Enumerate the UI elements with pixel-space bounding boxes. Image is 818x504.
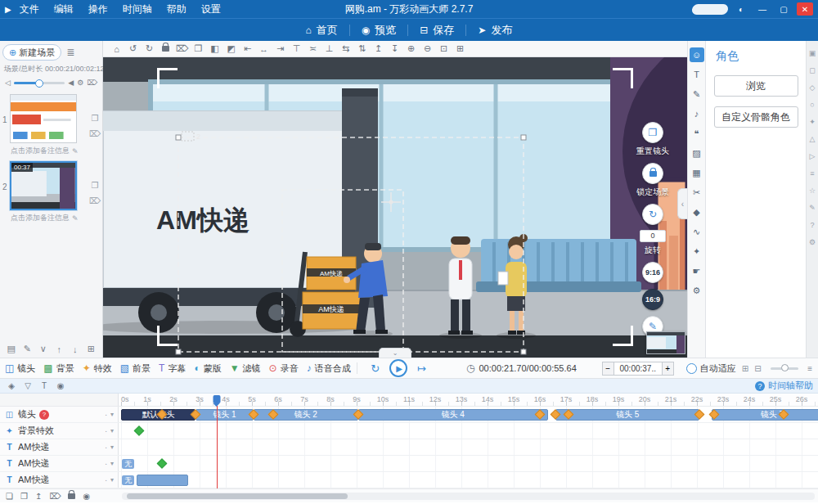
lock-scene-button[interactable] [642,163,663,184]
add-group-icon[interactable]: ❏ [6,492,13,501]
flip-horizontal-icon[interactable]: ◧ [208,43,222,56]
no-animation-badge[interactable]: 无 [122,475,134,485]
record-tool[interactable]: ⊙录音 [269,362,299,375]
align-bottom-icon[interactable]: ⊥ [322,43,336,56]
timeline-segment[interactable]: 镜头 7 [712,409,818,421]
timeline-segment[interactable]: 镜头 5 [555,409,699,421]
volume-up-icon[interactable]: ◀ [68,79,74,87]
scene-grid-view-icon[interactable]: ⊞ [85,343,97,355]
menu-settings[interactable]: 设置 [201,2,221,16]
scene-list-view-icon[interactable]: ▤ [5,343,17,355]
track-header[interactable]: T AM快递 ∙ ▾ [0,456,119,471]
fit-view-icon[interactable]: ⊡ [437,43,451,56]
hand-tool-icon[interactable]: ☛ [690,263,704,278]
settings-tool-icon[interactable]: ⚙ [690,283,704,298]
scene-delete-icon[interactable]: ⌦ [87,79,97,87]
background-tool[interactable]: ▩背景 [43,362,74,375]
toggle-visibility-icon[interactable]: ◉ [83,492,90,501]
reset-camera-button[interactable]: ❐ [642,122,663,143]
overlay-collapse-handle[interactable]: ‹ [677,188,687,219]
track-menu-icon[interactable]: ∙ [105,459,107,468]
effect-tool-icon[interactable]: ✦ [690,244,704,259]
scene-time-increase-button[interactable]: + [662,362,674,376]
track-alert-badge[interactable]: ? [39,410,49,420]
scene-time-decrease-button[interactable]: − [602,362,614,376]
track-header[interactable]: ◫ 镜头 ? ∙ ▾ [0,407,119,422]
volume-slider[interactable] [14,82,65,84]
timeline-lane[interactable]: 无 [119,472,818,488]
speech-tool-icon[interactable]: ❝ [690,126,704,141]
timeline-segment[interactable]: 镜头 4 [358,409,548,421]
delete-object-icon[interactable]: ⌦ [175,43,189,56]
track-menu-icon[interactable]: ∙ [105,426,107,435]
zoom-slider-knob[interactable] [781,364,789,371]
panel-settings-icon[interactable]: ⚙ [809,238,816,246]
scrollbar-thumb[interactable] [127,493,348,499]
scene-thumbnail[interactable] [10,94,77,143]
distribute-vertical-icon[interactable]: ⇅ [355,43,369,56]
nav-preview-button[interactable]: ◉ 预览 [350,19,407,42]
menu-help[interactable]: 帮助 [167,2,187,16]
keyframe-diamond[interactable] [134,425,145,436]
copy-icon[interactable]: ❐ [191,43,205,56]
track-filter-icon[interactable]: ▽ [21,381,34,390]
menu-file[interactable]: 文件 [20,2,39,16]
track-header[interactable]: T AM快递 ∙ ▾ [0,439,119,455]
zoom-grid-icon[interactable]: ⊞ [742,364,748,373]
track-options-icon[interactable]: ◈ [5,381,18,390]
new-scene-button[interactable]: ⊕ 新建场景 [2,44,61,61]
rotate-button[interactable]: ↻ [642,204,663,225]
scene-move-down-icon[interactable]: ↓ [69,343,81,355]
lock-object-icon[interactable] [159,43,173,56]
maximize-button[interactable]: ▢ [775,2,792,16]
more-options-icon[interactable]: ≡ [807,364,813,373]
zoom-out-icon[interactable]: ⊖ [420,43,434,56]
nav-save-button[interactable]: ⊟ 保存 [408,19,465,42]
panel-character-icon[interactable]: ◻ [809,66,815,74]
track-expand-icon[interactable]: ▾ [110,411,114,418]
scene-note[interactable]: 点击添加备注信息 ✎ [10,210,102,223]
panel-brush-icon[interactable]: ✎ [809,204,816,212]
menu-timeline[interactable]: 时间轴 [123,2,152,16]
scene-thumbnail-selected[interactable]: 00:37 [10,161,77,210]
nav-publish-button[interactable]: ➤ 发布 [466,19,524,42]
zoom-minimap[interactable] [646,331,685,354]
timeline-segment[interactable]: 镜头 1 [196,409,253,421]
panel-text-icon[interactable]: ◇ [810,83,816,92]
duplicate-scene-icon[interactable]: ❐ [89,114,101,123]
panel-chart-icon[interactable]: ≡ [810,169,814,178]
minimize-button[interactable]: — [754,2,771,16]
panel-scene-icon[interactable]: ▣ [809,49,816,57]
zoom-in-icon[interactable]: ⊕ [404,43,418,56]
track-expand-icon[interactable]: ▾ [110,443,114,451]
undo-icon[interactable]: ↺ [126,43,140,56]
lock-track-icon[interactable] [68,493,75,499]
next-scene-icon[interactable]: ↦ [417,362,426,375]
duplicate-scene-icon[interactable]: ❐ [89,181,101,190]
track-expand-icon[interactable]: ▾ [110,427,114,434]
play-button[interactable]: ▶ [389,359,407,377]
align-top-icon[interactable]: ⊤ [290,43,303,56]
theme-icon[interactable]: ◐ [733,2,749,16]
timeline-lane[interactable] [119,423,818,439]
mask-tool[interactable]: ◐蒙版 [194,362,221,375]
pen-tool-icon[interactable]: ✎ [690,87,704,101]
track-text-icon[interactable]: T [38,381,51,390]
send-backward-icon[interactable]: ↧ [388,43,402,56]
keyframe-diamond[interactable] [156,458,167,469]
playhead-marker[interactable] [213,395,220,403]
video-tool-icon[interactable]: ▦ [690,165,704,180]
image-tool-icon[interactable]: ▨ [690,146,704,160]
align-left-icon[interactable]: ⇤ [240,43,254,56]
close-button[interactable]: ✕ [797,2,813,16]
camera-tool[interactable]: ◫镜头 [5,362,35,375]
timeline-help-link[interactable]: ? 时间轴帮助 [755,380,813,392]
chart-tool-icon[interactable]: ∿ [690,224,704,239]
loop-playback-icon[interactable]: ↻ [371,362,380,375]
track-preview-icon[interactable]: ◉ [54,381,67,390]
scene-settings-icon[interactable]: ⚙ [77,79,83,87]
grid-icon[interactable]: ⊞ [453,43,467,56]
delete-track-icon[interactable]: ⌦ [49,492,61,501]
panel-help-icon[interactable]: ? [810,221,814,229]
filter-tool[interactable]: ▼滤镜 [230,362,261,375]
